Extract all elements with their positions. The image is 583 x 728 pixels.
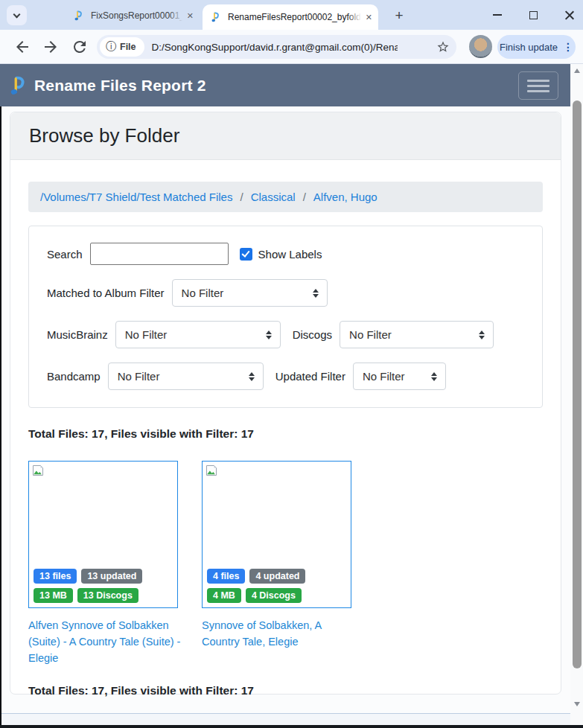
site-info-chip[interactable]: ⓘ File	[100, 37, 144, 57]
album-card[interactable]: 4 files 4 updated 4 MB 4 Discogs	[202, 461, 351, 608]
bandcamp-filter-value: No Filter	[118, 370, 160, 383]
hamburger-icon	[527, 80, 549, 82]
bandcamp-filter-label: Bandcamp	[47, 370, 101, 383]
updated-badge: 13 updated	[81, 569, 142, 584]
discogs-filter-select[interactable]: No Filter	[340, 321, 494, 348]
browser-tab-fixsongs[interactable]: FixSongsReport00001_byfolder0 ✕	[66, 6, 200, 25]
window-bottom-edge	[0, 725, 583, 728]
matched-filter-label: Matched to Album Filter	[47, 287, 165, 299]
breadcrumb-item-artist[interactable]: Alfven, Hugo	[313, 191, 377, 203]
bandcamp-filter-select[interactable]: No Filter	[108, 363, 264, 390]
info-icon: ⓘ	[106, 40, 116, 54]
files-badge: 13 files	[34, 569, 77, 584]
updated-filter-select[interactable]: No Filter	[353, 363, 446, 390]
site-info-label: File	[120, 42, 136, 52]
show-labels-checkbox[interactable]	[240, 248, 252, 261]
scroll-down-button[interactable]	[570, 697, 583, 710]
discogs-badge: 4 Discogs	[246, 588, 302, 603]
select-arrows-icon	[431, 372, 437, 381]
matched-filter-value: No Filter	[182, 287, 224, 299]
forward-button[interactable]	[42, 38, 60, 56]
songkong-logo-icon	[7, 74, 30, 97]
close-button[interactable]	[561, 7, 577, 23]
page-body: Browse by Folder /Volumes/T7 Shield/Test…	[1, 106, 570, 725]
broken-image-icon	[32, 464, 44, 476]
updated-filter-label: Updated Filter	[275, 370, 345, 383]
jumbotron: Browse by Folder	[10, 112, 561, 160]
discogs-filter-label: Discogs	[293, 328, 332, 341]
breadcrumb-separator: /	[296, 191, 313, 203]
footer-area	[0, 714, 570, 725]
chevron-down-icon	[13, 10, 21, 18]
musicbrainz-filter-select[interactable]: No Filter	[115, 321, 281, 348]
app-header: Rename Files Report 2	[0, 64, 570, 106]
close-icon	[564, 10, 574, 20]
tab-close-icon[interactable]: ✕	[187, 12, 194, 20]
select-arrows-icon	[479, 331, 485, 339]
updated-filter-value: No Filter	[363, 370, 405, 383]
filter-panel: Search Show Labels Matched to Album Filt…	[28, 226, 543, 408]
vertical-scrollbar[interactable]	[570, 64, 583, 725]
window-left-edge	[0, 106, 1, 728]
size-badge: 13 MB	[34, 588, 73, 603]
select-arrows-icon	[313, 289, 319, 298]
url-text: D:/SongKongSupport/david.r.grant@gmail.c…	[152, 42, 398, 53]
tab-title: RenameFilesReport00002_byfold	[228, 12, 361, 22]
breadcrumb: /Volumes/T7 Shield/Test Matched Files / …	[28, 182, 543, 212]
bookmark-star-icon[interactable]	[436, 40, 450, 54]
album-badges: 4 files 4 updated 4 MB 4 Discogs	[207, 564, 305, 603]
songkong-favicon-icon	[210, 11, 222, 23]
songkong-favicon-icon	[73, 10, 85, 22]
maximize-icon	[529, 11, 538, 19]
scrollbar-thumb[interactable]	[573, 100, 582, 668]
album-card[interactable]: 13 files 13 updated 13 MB 13 Discogs	[28, 461, 178, 608]
browser-tab-renamefiles-active[interactable]: RenameFilesReport00002_byfold ✕	[203, 4, 378, 30]
scroll-up-button[interactable]	[570, 64, 583, 77]
select-arrows-icon	[249, 372, 255, 381]
musicbrainz-filter-value: No Filter	[125, 328, 168, 341]
section-heading: Browse by Folder	[29, 124, 179, 147]
album-badges: 13 files 13 updated 13 MB 13 Discogs	[34, 564, 142, 603]
tab-close-icon[interactable]: ✕	[366, 13, 372, 22]
size-badge: 4 MB	[207, 588, 241, 603]
album-link[interactable]: Alfven Synnove of Solbakken (Suite) - A …	[28, 618, 186, 666]
address-bar[interactable]: ⓘ File D:/SongKongSupport/david.r.grant@…	[97, 35, 456, 59]
page-title: Rename Files Report 2	[34, 77, 206, 95]
scroll-down-icon	[574, 702, 580, 706]
maximize-button[interactable]	[525, 7, 541, 23]
select-arrows-icon	[266, 331, 272, 339]
search-input[interactable]	[90, 243, 229, 265]
menu-toggle-button[interactable]	[518, 71, 558, 100]
broken-image-icon	[206, 464, 217, 476]
discogs-badge: 13 Discogs	[77, 588, 138, 603]
scroll-up-icon	[574, 68, 580, 73]
reload-button[interactable]	[71, 38, 89, 56]
new-tab-button[interactable]: +	[390, 7, 408, 25]
browser-tabstrip: FixSongsReport00001_byfolder0 ✕ RenameFi…	[0, 0, 583, 30]
profile-avatar[interactable]	[469, 35, 492, 58]
matched-filter-select[interactable]: No Filter	[172, 279, 328, 307]
breadcrumb-item-classical[interactable]: Classical	[251, 191, 296, 203]
minimize-button[interactable]	[489, 7, 506, 23]
breadcrumb-separator: /	[232, 191, 250, 203]
album-link[interactable]: Synnove of Solbakken, A Country Tale, El…	[202, 618, 360, 666]
back-button[interactable]	[13, 38, 31, 56]
footer-divider	[0, 713, 570, 714]
files-badge: 4 files	[207, 569, 245, 584]
discogs-filter-value: No Filter	[349, 328, 392, 341]
finish-update-button[interactable]: Finish update ⋮	[497, 35, 576, 59]
show-labels-label: Show Labels	[258, 248, 322, 261]
window-controls	[489, 0, 577, 30]
finish-update-label: Finish update	[500, 42, 558, 53]
totals-bottom: Total Files: 17, Files visible with Filt…	[28, 684, 543, 697]
tab-search-button[interactable]	[7, 5, 27, 25]
musicbrainz-filter-label: MusicBrainz	[47, 328, 108, 341]
minimize-icon	[493, 14, 502, 16]
browser-menu-icon[interactable]: ⋮	[563, 41, 573, 53]
content-card: Browse by Folder /Volumes/T7 Shield/Test…	[10, 112, 561, 695]
tab-title: FixSongsReport00001_byfolder0	[91, 10, 182, 21]
search-label: Search	[47, 248, 83, 261]
updated-badge: 4 updated	[249, 569, 305, 584]
totals-top: Total Files: 17, Files visible with Filt…	[28, 427, 543, 441]
breadcrumb-item-root[interactable]: /Volumes/T7 Shield/Test Matched Files	[40, 191, 232, 203]
